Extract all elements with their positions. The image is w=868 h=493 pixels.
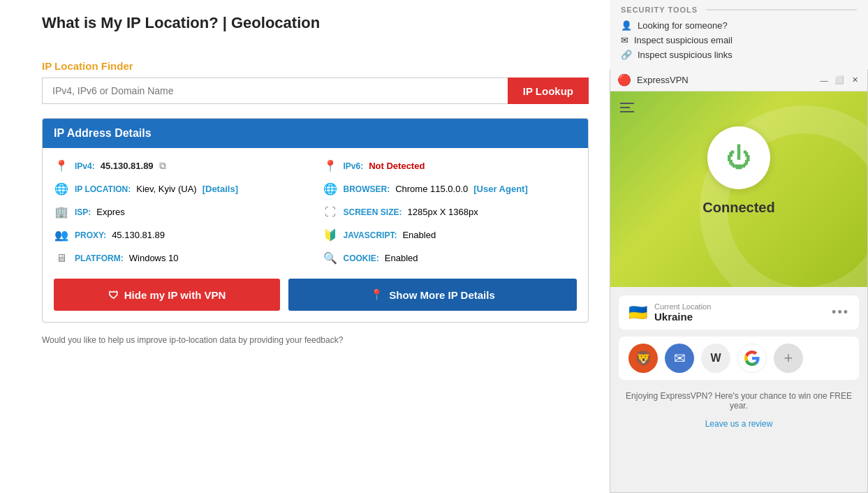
ipv4-row: 📍 IPv4: 45.130.81.89 ⧉: [54, 159, 309, 172]
menu-line-3: [620, 111, 634, 112]
ip-lookup-button[interactable]: IP Lookup: [508, 78, 589, 104]
add-app-icon[interactable]: +: [774, 344, 803, 373]
hide-ip-button[interactable]: 🛡 Hide my IP with VPN: [54, 279, 280, 311]
ip-location-icon: 🌐: [54, 182, 69, 196]
javascript-icon: 🔰: [323, 228, 338, 242]
search-bar: IP Lookup: [42, 78, 589, 104]
cookie-icon: 🔍: [323, 251, 338, 265]
vpn-location-info: Current Location Ukraine: [654, 302, 825, 323]
user-agent-link[interactable]: [User Agent]: [473, 184, 528, 194]
ip-details-body: 📍 IPv4: 45.130.81.89 ⧉ 📍 IPv6: Not Detec…: [43, 148, 588, 322]
ip-location-row: 🌐 IP LOCATION: Kiev, Kyiv (UA) [Details]: [54, 182, 309, 196]
vpn-title: ExpressVPN: [637, 75, 813, 85]
proxy-icon: 👥: [54, 228, 69, 242]
vpn-power-button[interactable]: ⏻: [707, 126, 770, 189]
javascript-row: 🔰 JAVASCRIPT: Enabled: [323, 228, 578, 242]
vpn-location-menu-button[interactable]: •••: [832, 305, 849, 320]
isp-icon: 🏢: [54, 205, 69, 219]
details-link[interactable]: [Details]: [203, 184, 238, 194]
ipv6-icon: 📍: [323, 159, 338, 172]
page-title: What is My IP Location? | Geolocation: [42, 14, 589, 32]
security-tools-divider: [706, 9, 857, 10]
security-tool-item-0[interactable]: 👤 Looking for someone?: [621, 18, 857, 33]
vpn-power-btn-container: ⏻: [707, 126, 770, 189]
security-tools-header: SECURITY TOOLS: [621, 0, 857, 14]
platform-icon: 🖥: [54, 252, 69, 265]
platform-row: 🖥 PLATFORM: Windows 10: [54, 251, 309, 265]
vpn-location-card: 🇺🇦 Current Location Ukraine •••: [619, 295, 859, 330]
vpn-titlebar: 🔴 ExpressVPN — ⬜ ✕: [610, 69, 867, 91]
details-grid: 📍 IPv4: 45.130.81.89 ⧉ 📍 IPv6: Not Detec…: [54, 159, 577, 265]
vpn-menu-icon[interactable]: [620, 100, 634, 115]
mail-app-icon[interactable]: ✉: [665, 344, 694, 373]
security-tool-item-1[interactable]: ✉ Inspect suspicious email: [621, 33, 857, 47]
browser-row: 🌐 BROWSER: Chrome 115.0.0.0 [User Agent]: [323, 182, 578, 196]
show-more-button[interactable]: 📍 Show More IP Details: [288, 279, 577, 311]
vpn-review-link[interactable]: Leave us a review: [619, 419, 859, 429]
security-tools-strip: SECURITY TOOLS 👤 Looking for someone? ✉ …: [610, 0, 868, 69]
ipv4-icon: 📍: [54, 159, 69, 172]
ip-details-box: IP Address Details 📍 IPv4: 45.130.81.89 …: [42, 118, 589, 323]
close-button[interactable]: ✕: [849, 75, 860, 86]
isp-row: 🏢 ISP: Expres: [54, 205, 309, 219]
vpn-connected-label: Connected: [703, 200, 774, 216]
action-buttons: 🛡 Hide my IP with VPN 📍 Show More IP Det…: [54, 279, 577, 311]
google-app-icon[interactable]: [737, 344, 767, 373]
vpn-window-controls: — ⬜ ✕: [818, 75, 860, 86]
vpn-body: ⏻ Connected 🇺🇦 Current Location Ukraine …: [610, 91, 867, 492]
shield-icon: 🛡: [108, 289, 119, 301]
pin-icon: 📍: [370, 288, 383, 301]
maximize-button[interactable]: ⬜: [834, 75, 845, 86]
wikipedia-app-icon[interactable]: W: [701, 344, 730, 373]
link-icon: 🔗: [621, 50, 632, 60]
power-icon: ⏻: [726, 145, 751, 170]
brave-app-icon[interactable]: 🦁: [628, 344, 658, 373]
email-icon: ✉: [621, 35, 628, 45]
browser-icon: 🌐: [323, 182, 338, 196]
search-input[interactable]: [42, 78, 508, 104]
vpn-window: 🔴 ExpressVPN — ⬜ ✕ ⏻: [610, 69, 868, 493]
expressvpn-logo: 🔴: [617, 73, 631, 87]
vpn-apps-row: 🦁 ✉ W +: [619, 337, 859, 380]
screen-icon: ⛶: [323, 206, 338, 219]
cookie-row: 🔍 COOKIE: Enabled: [323, 251, 578, 265]
screen-size-row: ⛶ SCREEN SIZE: 1285px X 1368px: [323, 205, 578, 219]
right-panel: SECURITY TOOLS 👤 Looking for someone? ✉ …: [610, 0, 868, 493]
vpn-promo-text: Enjoying ExpressVPN? Here's your chance …: [619, 387, 859, 412]
footer-text: Would you like to help us improve ip-to-…: [42, 335, 589, 345]
ip-details-header: IP Address Details: [43, 119, 588, 148]
vpn-green-area: ⏻ Connected: [610, 91, 867, 287]
proxy-row: 👥 PROXY: 45.130.81.89: [54, 228, 309, 242]
menu-line-1: [620, 103, 634, 104]
security-tools-items: 👤 Looking for someone? ✉ Inspect suspici…: [621, 14, 857, 69]
main-content: What is My IP Location? | Geolocation IP…: [0, 0, 610, 493]
ukraine-flag: 🇺🇦: [628, 304, 647, 322]
security-tool-item-2[interactable]: 🔗 Inspect suspicious links: [621, 47, 857, 62]
person-icon: 👤: [621, 20, 632, 31]
ip-location-label: IP Location Finder: [42, 60, 589, 72]
vpn-lower: 🇺🇦 Current Location Ukraine ••• 🦁 ✉ W: [610, 287, 867, 492]
menu-line-2: [620, 107, 630, 108]
security-tools-title: SECURITY TOOLS: [621, 6, 698, 14]
copy-ipv4-icon[interactable]: ⧉: [159, 160, 166, 172]
minimize-button[interactable]: —: [818, 75, 830, 86]
ipv6-row: 📍 IPv6: Not Detected: [323, 159, 578, 172]
